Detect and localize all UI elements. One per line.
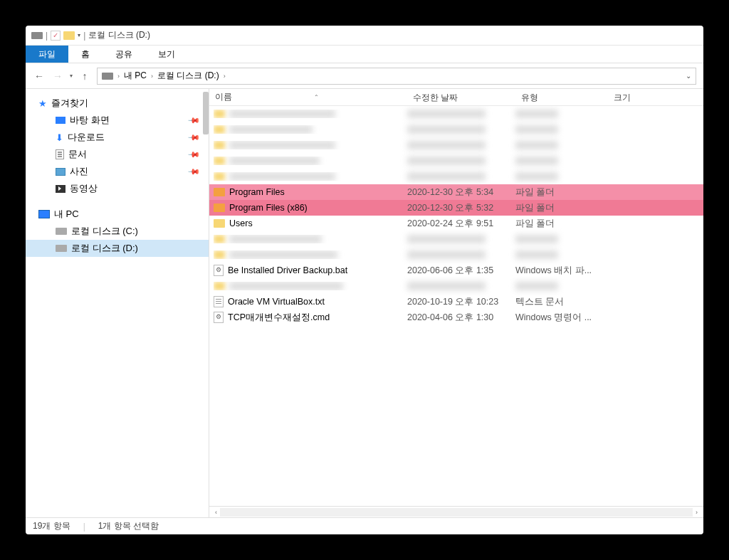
redacted-text [229,235,322,243]
sidebar-item-label: 내 PC [54,208,79,221]
drive-icon [102,73,113,80]
redacted-text [515,141,558,149]
forward-button[interactable]: → [51,70,64,82]
sidebar-item-label: 로컬 디스크 (D:) [71,242,138,255]
redacted-text [515,282,558,290]
folder-icon [214,235,225,243]
sidebar-videos[interactable]: 동영상 [26,180,209,197]
sidebar-pictures[interactable]: 사진 📌 [26,163,209,180]
cell-type: 파일 폴더 [515,218,608,230]
file-row[interactable]: Oracle VM VirtualBox.txt2020-10-19 오후 10… [209,294,703,310]
file-row[interactable] [209,106,703,122]
file-name: Oracle VM VirtualBox.txt [228,297,325,307]
file-row[interactable] [209,137,703,153]
file-row[interactable]: Be Installed Driver Backup.bat2020-06-06… [209,263,703,278]
back-button[interactable]: ← [33,70,46,82]
breadcrumb[interactable]: › 내 PC › 로컬 디스크 (D:) › ⌄ [97,68,696,85]
file-name: Program Files [229,187,285,197]
download-icon: ⬇ [56,132,63,143]
sort-up-icon: ⌃ [314,94,319,100]
chevron-right-icon[interactable]: › [151,73,153,80]
file-row[interactable] [209,278,703,294]
cell-type: 파일 폴더 [515,202,608,214]
file-row[interactable] [209,122,703,137]
sidebar-desktop[interactable]: 바탕 화면 📌 [26,112,209,129]
separator: | [83,31,85,41]
cell-date: 2020-02-24 오후 9:51 [407,218,515,230]
picture-icon [56,168,65,176]
column-type[interactable]: 유형 [515,89,608,105]
redacted-text [407,282,486,290]
file-row[interactable] [209,169,703,184]
scroll-left-icon[interactable]: ‹ [212,509,220,516]
scroll-right-icon[interactable]: › [693,509,701,516]
menu-share[interactable]: 공유 [103,46,145,63]
column-size[interactable]: 크기 [608,89,703,105]
explorer-window: | ✓ ▾ | 로컬 디스크 (D:) 파일 홈 공유 보기 ← → ▾ ↑ ›… [26,26,703,534]
file-list[interactable]: Program Files2020-12-30 오후 5:34파일 폴더Prog… [209,106,703,506]
folder-icon [214,157,225,165]
column-name[interactable]: 이름 ⌃ [209,89,407,105]
cell-name: Users [214,218,407,228]
redacted-text [229,172,335,181]
redacted-text [407,125,486,134]
chevron-right-icon[interactable]: › [117,73,120,80]
folder-icon [214,172,225,181]
qat-dropdown-icon[interactable]: ▾ [78,32,80,38]
redacted-text [515,110,558,118]
sidebar-item-label: 다운로드 [68,131,105,144]
menu-home[interactable]: 홈 [68,46,103,63]
sidebar-item-label: 바탕 화면 [70,114,110,127]
file-name: TCP매개변수재설정.cmd [228,312,330,324]
cell-date: 2020-10-19 오후 10:23 [407,296,515,308]
file-row[interactable]: Users2020-02-24 오후 9:51파일 폴더 [209,216,703,231]
redacted-text [407,141,486,149]
cell-name: Program Files (x86) [214,203,407,213]
drive-icon [56,245,67,252]
chevron-right-icon[interactable]: › [224,73,226,80]
history-dropdown-icon[interactable]: ▾ [70,73,73,79]
file-row[interactable]: TCP매개변수재설정.cmd2020-04-06 오후 1:30Windows … [209,310,703,325]
sidebar-drive-c[interactable]: 로컬 디스크 (C:) [26,223,209,240]
file-row[interactable] [209,247,703,263]
file-name: Program Files (x86) [229,203,308,213]
folder-icon [214,188,225,196]
sidebar-quickaccess[interactable]: ★ 즐겨찾기 [26,95,209,112]
redacted-text [229,250,337,259]
horizontal-scrollbar[interactable]: ‹ › [209,506,703,517]
file-name: Be Installed Driver Backup.bat [228,265,347,275]
column-date[interactable]: 수정한 날짜 [407,89,515,105]
check-icon[interactable]: ✓ [51,31,61,41]
redacted-text [515,157,558,165]
file-row[interactable]: Program Files2020-12-30 오후 5:34파일 폴더 [209,184,703,200]
title-bar: | ✓ ▾ | 로컬 디스크 (D:) [26,26,703,46]
star-icon: ★ [38,98,47,109]
sidebar-thispc[interactable]: 내 PC [26,206,209,223]
sidebar-drive-d[interactable]: 로컬 디스크 (D:) [26,240,209,257]
file-row[interactable]: Program Files (x86)2020-12-30 오후 5:32파일 … [209,200,703,216]
sidebar-item-label: 로컬 디스크 (C:) [71,225,138,238]
breadcrumb-dropdown-icon[interactable]: ⌄ [686,72,691,80]
redacted-text [515,235,558,243]
up-button[interactable]: ↑ [78,70,91,82]
sidebar-downloads[interactable]: ⬇ 다운로드 📌 [26,129,209,146]
file-row[interactable] [209,231,703,247]
pin-icon: 📌 [187,164,200,178]
breadcrumb-pc[interactable]: 내 PC [124,70,147,82]
scroll-track[interactable] [220,508,693,517]
redacted-text [515,125,558,134]
file-name: Users [229,218,253,228]
menu-view[interactable]: 보기 [145,46,188,63]
breadcrumb-drive[interactable]: 로컬 디스크 (D:) [157,70,219,82]
cell-type: Windows 명령어 ... [515,312,608,324]
redacted-text [407,110,486,118]
menu-file[interactable]: 파일 [26,46,68,63]
redacted-text [229,110,335,118]
cell-date: 2020-12-30 오후 5:32 [407,202,515,214]
document-icon [56,149,64,159]
window-title: 로컬 디스크 (D:) [88,29,150,41]
redacted-text [407,235,486,243]
sidebar-documents[interactable]: 문서 📌 [26,146,209,163]
folder-icon [214,125,225,134]
file-row[interactable] [209,153,703,169]
